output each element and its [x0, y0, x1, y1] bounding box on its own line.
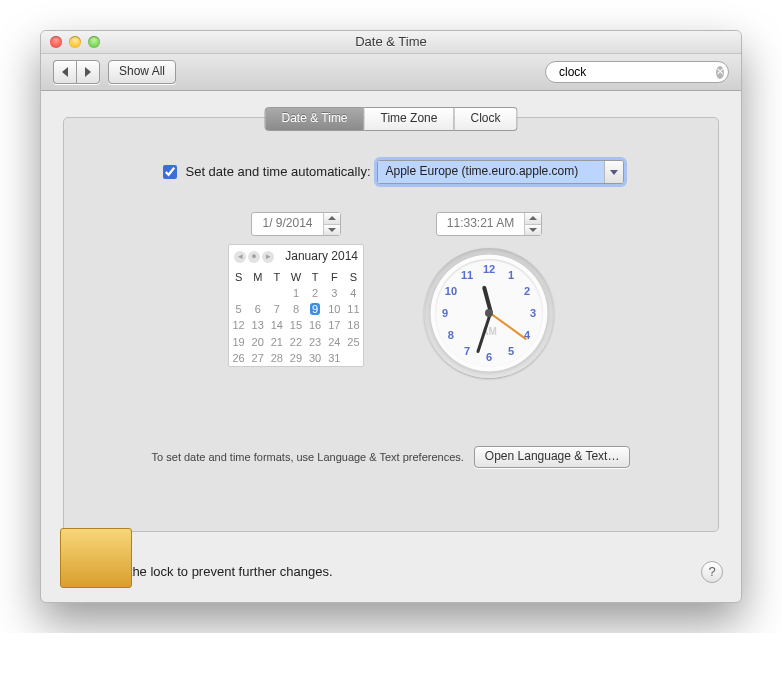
clock-number: 10: [445, 284, 457, 298]
calendar-day[interactable]: 17: [325, 317, 344, 333]
calendar-day[interactable]: 11: [344, 301, 363, 317]
calendar-day[interactable]: 23: [306, 334, 325, 350]
help-button[interactable]: ?: [701, 561, 723, 583]
date-field[interactable]: 1/ 9/2014: [251, 212, 340, 236]
step-down-icon[interactable]: [324, 225, 340, 236]
clock-number: 1: [508, 268, 514, 282]
weekday-header: S: [344, 269, 363, 285]
nav-segment: [53, 60, 100, 84]
calendar-day: [229, 285, 248, 301]
calendar-grid: SMTWTFS 12345678910111213141516171819202…: [229, 269, 363, 367]
calendar-day[interactable]: 14: [267, 317, 286, 333]
chevron-right-icon: [85, 67, 91, 77]
lock-hint: Click the lock to prevent further change…: [97, 564, 333, 581]
calendar-day[interactable]: 15: [286, 317, 305, 333]
calendar-day[interactable]: 6: [248, 301, 267, 317]
clock-number: 8: [448, 328, 454, 342]
calendar-day[interactable]: 2: [306, 285, 325, 301]
tab-clock[interactable]: Clock: [454, 107, 517, 131]
weekday-header: S: [229, 269, 248, 285]
titlebar: Date & Time: [41, 31, 741, 54]
calendar-day[interactable]: 13: [248, 317, 267, 333]
calendar-day[interactable]: 21: [267, 334, 286, 350]
step-up-icon[interactable]: [525, 213, 541, 225]
calendar-day: [248, 285, 267, 301]
cal-today-icon[interactable]: ●: [248, 251, 260, 263]
calendar-day[interactable]: 19: [229, 334, 248, 350]
format-hint: To set date and time formats, use Langua…: [152, 450, 464, 464]
calendar-day[interactable]: 5: [229, 301, 248, 317]
calendar-day[interactable]: 16: [306, 317, 325, 333]
calendar-day[interactable]: 26: [229, 350, 248, 366]
clear-search-icon[interactable]: ✕: [716, 66, 724, 79]
tab-date-time[interactable]: Date & Time: [265, 107, 365, 131]
chevron-left-icon: [62, 67, 68, 77]
prefs-window: Date & Time Show All ✕ Date & Time Time …: [40, 30, 742, 603]
open-language-text-button[interactable]: Open Language & Text…: [474, 446, 631, 468]
cal-prev-icon[interactable]: ◂: [234, 251, 246, 263]
calendar-month: January 2014: [285, 249, 358, 265]
calendar-day[interactable]: 30: [306, 350, 325, 366]
calendar-day[interactable]: 3: [325, 285, 344, 301]
calendar-day[interactable]: 4: [344, 285, 363, 301]
forward-button[interactable]: [76, 60, 100, 84]
weekday-header: T: [306, 269, 325, 285]
show-all-button[interactable]: Show All: [108, 60, 176, 84]
weekday-header: M: [248, 269, 267, 285]
clock-number: 5: [508, 344, 514, 358]
weekday-header: F: [325, 269, 344, 285]
calendar-day[interactable]: 27: [248, 350, 267, 366]
calendar-day[interactable]: 29: [286, 350, 305, 366]
clock-number: 6: [486, 350, 492, 364]
calendar-day[interactable]: 20: [248, 334, 267, 350]
calendar-day[interactable]: 8: [286, 301, 305, 317]
date-column: 1/ 9/2014 ◂ ● ▸ January 2014: [228, 212, 364, 367]
calendar-day[interactable]: 1: [286, 285, 305, 301]
tab-time-zone[interactable]: Time Zone: [365, 107, 455, 131]
time-server-value: Apple Europe (time.euro.apple.com): [378, 161, 604, 183]
step-up-icon[interactable]: [324, 213, 340, 225]
calendar-day[interactable]: 22: [286, 334, 305, 350]
search-field[interactable]: ✕: [545, 61, 729, 83]
calendar-day[interactable]: 18: [344, 317, 363, 333]
clock-number: 9: [442, 306, 448, 320]
time-column: 11:33:21 AM 121234567891011 AM: [424, 212, 554, 378]
calendar-day[interactable]: 25: [344, 334, 363, 350]
lock-icon[interactable]: [59, 556, 87, 588]
time-value: 11:33:21 AM: [437, 216, 524, 232]
clock-number: 12: [483, 262, 495, 276]
calendar-day[interactable]: 24: [325, 334, 344, 350]
weekday-header: T: [267, 269, 286, 285]
calendar-day[interactable]: 7: [267, 301, 286, 317]
calendar[interactable]: ◂ ● ▸ January 2014 SMTWTFS 1234567891011…: [228, 244, 364, 367]
search-input[interactable]: [557, 64, 711, 80]
calendar-day[interactable]: 9: [306, 301, 325, 317]
step-down-icon[interactable]: [525, 225, 541, 236]
bottom-bar: Click the lock to prevent further change…: [41, 546, 741, 602]
clock-number: 2: [524, 284, 530, 298]
weekday-header: W: [286, 269, 305, 285]
date-stepper[interactable]: [323, 213, 340, 235]
window-title: Date & Time: [41, 34, 741, 51]
chevron-down-icon[interactable]: [604, 161, 623, 183]
calendar-day[interactable]: 28: [267, 350, 286, 366]
cal-next-icon[interactable]: ▸: [262, 251, 274, 263]
back-button[interactable]: [53, 60, 76, 84]
calendar-day[interactable]: 12: [229, 317, 248, 333]
clock-number: 11: [461, 268, 473, 282]
main-panel: Date & Time Time Zone Clock Set date and…: [63, 117, 719, 532]
calendar-day[interactable]: 31: [325, 350, 344, 366]
date-value: 1/ 9/2014: [252, 216, 322, 232]
auto-label: Set date and time automatically:: [186, 164, 371, 181]
clock-pin-icon: [485, 309, 493, 317]
clock-number: 3: [530, 306, 536, 320]
calendar-day: [344, 350, 363, 366]
time-field[interactable]: 11:33:21 AM: [436, 212, 542, 236]
toolbar: Show All ✕: [41, 54, 741, 91]
auto-checkbox[interactable]: [163, 165, 177, 179]
time-server-combo[interactable]: Apple Europe (time.euro.apple.com): [377, 160, 624, 184]
time-stepper[interactable]: [524, 213, 541, 235]
calendar-day[interactable]: 10: [325, 301, 344, 317]
analog-clock: 121234567891011 AM: [424, 248, 554, 378]
calendar-nav: ◂ ● ▸: [234, 251, 274, 263]
